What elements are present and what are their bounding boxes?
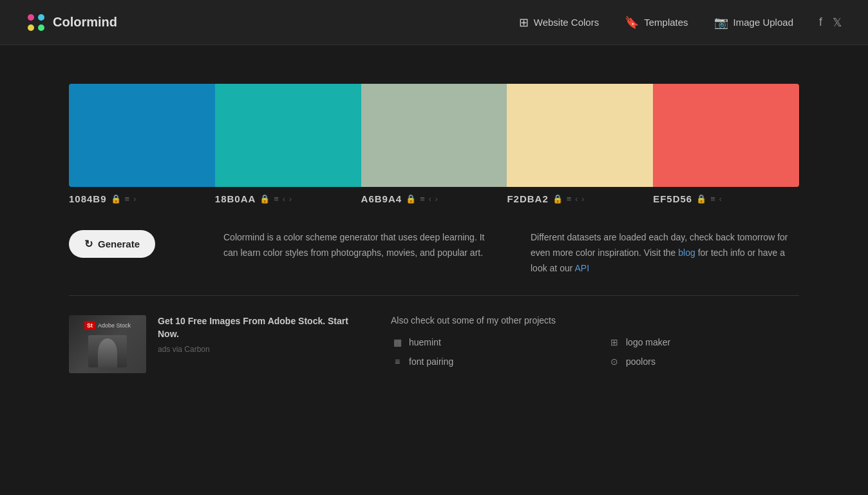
person-silhouette: [98, 338, 117, 367]
color-palette: [69, 84, 799, 187]
color-label-2: A6B9A4 🔒 ≡ ‹ ›: [361, 187, 507, 211]
color-hex-0: 1084B9: [69, 193, 107, 204]
bookmark-icon: 🔖: [625, 15, 639, 30]
adobe-text: Adobe Stock: [98, 322, 131, 329]
ad-image-inner: St Adobe Stock: [69, 315, 146, 373]
svg-point-3: [38, 24, 44, 31]
svg-point-2: [28, 24, 34, 31]
ad-title: Get 10 Free Images From Adobe Stock. Sta…: [158, 315, 365, 340]
description-left: Colormind is a color scheme generator th…: [223, 230, 492, 261]
sliders-icon-3[interactable]: ≡: [567, 194, 572, 204]
color-label-1: 18B0AA 🔒 ≡ ‹ ›: [215, 187, 361, 211]
color-hex-2: A6B9A4: [361, 193, 402, 204]
navbar: Colormind ⊞ Website Colors 🔖 Templates 📷…: [0, 0, 868, 45]
lock-icon-1[interactable]: 🔒: [259, 194, 270, 204]
logo-maker-icon: ⊞: [608, 336, 621, 349]
arrow-left-1[interactable]: ‹: [283, 195, 285, 204]
swatch-0: [69, 84, 215, 187]
ad-block: St Adobe Stock Get 10 Free Images From A…: [69, 315, 365, 373]
image-upload-link[interactable]: 📷 Image Upload: [714, 15, 793, 30]
swatch-3: [507, 84, 653, 187]
poolors-icon: ⊙: [608, 355, 621, 368]
sliders-icon-1[interactable]: ≡: [274, 194, 279, 204]
projects-block: Also check out some of my other projects…: [391, 315, 799, 368]
svg-point-0: [28, 14, 34, 21]
refresh-icon: ↻: [84, 238, 93, 250]
sliders-icon-4[interactable]: ≡: [710, 194, 715, 204]
swatch-1: [215, 84, 361, 187]
arrow-right-2[interactable]: ›: [435, 195, 438, 204]
footer-section: St Adobe Stock Get 10 Free Images From A…: [69, 315, 799, 373]
color-label-4: EF5D56 🔒 ≡ ‹: [653, 187, 799, 211]
color-hex-4: EF5D56: [653, 193, 692, 204]
arrow-right-0[interactable]: ›: [133, 195, 136, 204]
huemint-icon: ▦: [391, 336, 404, 349]
nav-center: ⊞ Website Colors 🔖 Templates 📷 Image Upl…: [519, 15, 793, 30]
website-colors-label: Website Colors: [534, 17, 599, 28]
desc-left-text: Colormind is a color scheme generator th…: [223, 232, 484, 258]
lock-icon-0[interactable]: 🔒: [111, 194, 121, 204]
font-pairing-label: font pairing: [409, 356, 453, 367]
info-section: ↻ Generate Colormind is a color scheme g…: [69, 230, 799, 276]
color-hex-3: F2DBA2: [507, 193, 548, 204]
arrow-left-2[interactable]: ‹: [429, 195, 431, 204]
arrow-right-3[interactable]: ›: [581, 195, 584, 204]
arrow-left-3[interactable]: ‹: [575, 195, 578, 204]
project-huemint[interactable]: ▦ huemint: [391, 336, 582, 349]
templates-label: Templates: [644, 17, 688, 28]
grid-icon: ⊞: [519, 15, 529, 30]
generate-button[interactable]: ↻ Generate: [69, 230, 155, 258]
sliders-icon-0[interactable]: ≡: [125, 194, 130, 204]
logo-maker-label: logo maker: [626, 337, 670, 347]
image-upload-label: Image Upload: [733, 17, 793, 28]
generate-col: ↻ Generate: [69, 230, 185, 258]
sliders-icon-2[interactable]: ≡: [420, 194, 425, 204]
swatch-2: [361, 84, 507, 187]
templates-link[interactable]: 🔖 Templates: [625, 15, 688, 30]
blog-link[interactable]: blog: [678, 248, 695, 258]
project-font-pairing[interactable]: ≡ font pairing: [391, 355, 582, 368]
facebook-icon[interactable]: f: [819, 15, 822, 29]
svg-point-1: [38, 14, 44, 21]
divider: [69, 295, 799, 296]
swatch-4: [653, 84, 799, 187]
arrow-left-4[interactable]: ‹: [719, 195, 722, 204]
huemint-label: huemint: [409, 337, 441, 347]
api-link[interactable]: API: [575, 263, 590, 273]
color-label-0: 1084B9 🔒 ≡ ›: [69, 187, 215, 211]
projects-grid: ▦ huemint ⊞ logo maker ≡ font pairing ⊙ …: [391, 336, 799, 368]
ad-person-image: [88, 335, 127, 367]
description-right: Different datasets are loaded each day, …: [531, 230, 799, 276]
ad-image[interactable]: St Adobe Stock: [69, 315, 146, 373]
font-pairing-icon: ≡: [391, 355, 404, 368]
lock-icon-4[interactable]: 🔒: [696, 194, 706, 204]
website-colors-link[interactable]: ⊞ Website Colors: [519, 15, 599, 30]
logo-text: Colormind: [53, 15, 117, 30]
arrow-right-1[interactable]: ›: [289, 195, 292, 204]
project-poolors[interactable]: ⊙ poolors: [608, 355, 799, 368]
main-content: 1084B9 🔒 ≡ › 18B0AA 🔒 ≡ ‹ › A6B9A4 🔒 ≡ ‹…: [0, 45, 868, 399]
logo-area: Colormind: [26, 12, 519, 33]
projects-title: Also check out some of my other projects: [391, 315, 799, 325]
poolors-label: poolors: [626, 356, 656, 367]
ad-sub: ads via Carbon: [158, 345, 365, 354]
color-labels: 1084B9 🔒 ≡ › 18B0AA 🔒 ≡ ‹ › A6B9A4 🔒 ≡ ‹…: [69, 187, 799, 211]
social-links: f 𝕏: [819, 15, 842, 30]
lock-icon-2[interactable]: 🔒: [406, 194, 416, 204]
project-logo-maker[interactable]: ⊞ logo maker: [608, 336, 799, 349]
camera-icon: 📷: [714, 15, 728, 30]
logo-icon: [26, 12, 46, 33]
color-hex-1: 18B0AA: [215, 193, 256, 204]
generate-label: Generate: [98, 238, 140, 249]
ad-text-block: Get 10 Free Images From Adobe Stock. Sta…: [158, 315, 365, 353]
lock-icon-3[interactable]: 🔒: [552, 194, 563, 204]
color-label-3: F2DBA2 🔒 ≡ ‹ ›: [507, 187, 653, 211]
twitter-icon[interactable]: 𝕏: [833, 15, 842, 30]
adobe-st-badge: St: [84, 321, 95, 330]
